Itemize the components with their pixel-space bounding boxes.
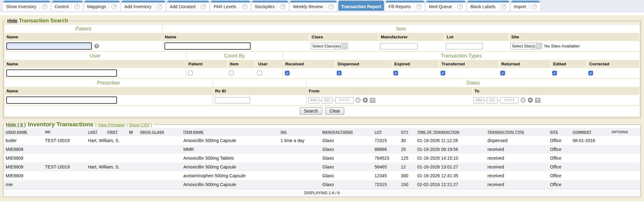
clear-button[interactable]: Clear xyxy=(325,107,344,115)
column-header-comment[interactable]: COMMENT xyxy=(570,128,609,136)
tab-fill-reports[interactable]: Fill Reports↗ xyxy=(386,1,425,11)
view-printable-link[interactable]: View Printable xyxy=(98,123,125,127)
user-name-input[interactable] xyxy=(6,69,117,77)
search-button[interactable]: Search xyxy=(300,107,322,115)
column-header-sig[interactable]: SIG xyxy=(278,128,320,136)
open-new-window-icon[interactable]: ↗ xyxy=(501,4,507,9)
column-header-first[interactable]: FIRST xyxy=(105,128,127,136)
column-header-transaction-type[interactable]: TRANSACTION TYPE xyxy=(485,128,548,136)
type-checkbox-dispensed[interactable]: ✓ xyxy=(337,71,341,75)
open-new-window-icon[interactable]: ↗ xyxy=(157,4,163,9)
cell-manufacturer: Glaxo xyxy=(320,145,372,154)
open-new-window-icon[interactable]: ↗ xyxy=(201,4,206,9)
cell-options xyxy=(609,136,641,145)
cell-item-name: MMR xyxy=(181,145,278,154)
tab-show-inventory[interactable]: Show Inventory↗ xyxy=(3,1,50,11)
user-section-title: User xyxy=(5,52,186,60)
column-header-lot[interactable]: LOT xyxy=(372,128,399,136)
type-label-received: Received xyxy=(283,60,335,68)
count-by-checkbox-patient[interactable] xyxy=(188,71,193,75)
no-sites-message: No Sites Available! xyxy=(544,44,580,48)
hide-search-link[interactable]: Hide xyxy=(7,18,18,23)
open-new-window-icon[interactable]: ↗ xyxy=(42,4,47,9)
to-year-input[interactable] xyxy=(500,97,519,103)
type-checkbox-returned[interactable]: ✓ xyxy=(500,71,505,75)
count-by-checkbox-user[interactable] xyxy=(257,71,262,75)
tab-par-levels[interactable]: PAR Levels↗ xyxy=(211,1,250,11)
cell-comment xyxy=(570,145,609,154)
tab-transaction-report[interactable]: Transaction Report xyxy=(338,1,384,11)
item-name-input[interactable] xyxy=(164,42,251,50)
tab-add-inventory[interactable]: Add Inventory↗ xyxy=(121,1,165,11)
cell-user-name: MIE8809 xyxy=(3,163,43,171)
hide-results-link[interactable]: Hide ( 6 ) xyxy=(6,122,26,127)
open-new-window-icon[interactable]: ↗ xyxy=(457,4,463,9)
column-header-drug-class[interactable]: DRUG CLASS xyxy=(138,128,181,136)
type-checkbox-received[interactable]: ✓ xyxy=(285,71,290,75)
column-header-item-name[interactable]: ITEM NAME xyxy=(181,128,278,136)
item-lot-label: Lot xyxy=(444,33,509,41)
column-header-user-name[interactable]: USER NAME xyxy=(3,128,43,136)
manufacturer-input[interactable] xyxy=(380,43,418,49)
column-header-manufacturer[interactable]: MANUFACTURER xyxy=(320,128,372,136)
from-clear-icon[interactable] xyxy=(363,97,368,103)
cell-item-name: Amoxicillin 500mg Capsule xyxy=(181,180,278,189)
prescriber-name-input[interactable] xyxy=(6,96,117,104)
column-header-site[interactable]: SITE xyxy=(548,128,570,136)
to-day-input[interactable] xyxy=(487,97,497,103)
tab-label: Add Donated xyxy=(170,4,196,9)
count-by-checkbox-item[interactable] xyxy=(229,71,234,75)
column-header-time-of-transaction[interactable]: TIME OF TRANSACTION xyxy=(415,128,485,136)
open-new-window-icon[interactable]: ↗ xyxy=(280,4,286,9)
tab-blank-labels[interactable]: Blank Labels↗ xyxy=(467,1,509,11)
cell-comment xyxy=(570,171,609,180)
class-select-ellipsis-button[interactable]: ... xyxy=(342,44,347,48)
rx-id-input[interactable] xyxy=(215,97,250,103)
open-new-window-icon[interactable]: ↗ xyxy=(111,4,117,9)
open-new-window-icon[interactable]: ↗ xyxy=(531,4,537,9)
open-new-window-icon[interactable]: ↗ xyxy=(74,4,80,9)
tab-add-donated[interactable]: Add Donated↗ xyxy=(167,1,209,11)
to-clear-icon[interactable] xyxy=(528,97,533,103)
cell-user-name: MIE8809 xyxy=(3,145,43,154)
tab-import[interactable]: Import↗ xyxy=(511,1,540,11)
lot-input[interactable] xyxy=(446,43,483,49)
to-calendar-icon[interactable] xyxy=(535,97,541,103)
tab-mappings[interactable]: Mappings↗ xyxy=(84,1,120,11)
column-header-mi[interactable]: MI xyxy=(127,128,138,136)
open-new-window-icon[interactable]: ↗ xyxy=(328,4,334,9)
show-csv-link[interactable]: Show CSV xyxy=(129,123,149,127)
user-section: User Name xyxy=(5,52,186,78)
column-header-qty[interactable]: QTY xyxy=(399,128,415,136)
open-new-window-icon[interactable]: ↗ xyxy=(242,4,247,9)
from-calendar-icon[interactable] xyxy=(370,97,375,103)
site-select[interactable]: Select Site(s) ... xyxy=(510,43,542,49)
tab-med-queue[interactable]: Med Queue↗ xyxy=(426,1,466,11)
type-label-corrected: Corrected xyxy=(587,60,639,68)
cell-drug-class xyxy=(138,163,181,171)
cell-manufacturer: Glaxo xyxy=(320,154,372,163)
to-month-input[interactable] xyxy=(474,97,484,103)
open-new-window-icon[interactable]: ↗ xyxy=(416,4,422,9)
type-checkbox-expired[interactable]: ✓ xyxy=(393,71,398,75)
type-checkbox-edited[interactable]: ✓ xyxy=(552,71,557,75)
column-header-last[interactable]: LAST xyxy=(86,128,105,136)
tab-stockpiles[interactable]: Stockpiles↗ xyxy=(252,1,289,11)
from-day-input[interactable] xyxy=(322,97,332,103)
tab-weekly-review[interactable]: Weekly Review↗ xyxy=(290,1,336,11)
type-checkbox-corrected[interactable]: ✓ xyxy=(588,71,593,75)
to-time-icon[interactable] xyxy=(520,97,526,103)
tab-bar: Show Inventory↗Control↗Mappings↗Add Inve… xyxy=(0,0,644,13)
item-class-label: Class xyxy=(309,33,378,41)
prescriber-name-label: Name xyxy=(5,87,212,95)
tab-control[interactable]: Control↗ xyxy=(52,1,83,11)
class-select[interactable]: Select Class(es) ... xyxy=(311,43,348,49)
site-select-ellipsis-button[interactable]: ... xyxy=(536,44,541,48)
patient-name-input[interactable] xyxy=(6,42,92,50)
type-label-dispensed: Dispensed xyxy=(335,60,392,68)
from-time-icon[interactable] xyxy=(355,97,361,103)
from-year-input[interactable] xyxy=(335,97,353,103)
help-icon[interactable]: ? xyxy=(94,44,99,48)
from-month-input[interactable] xyxy=(308,97,319,103)
type-checkbox-transferred[interactable]: ✓ xyxy=(441,71,445,75)
